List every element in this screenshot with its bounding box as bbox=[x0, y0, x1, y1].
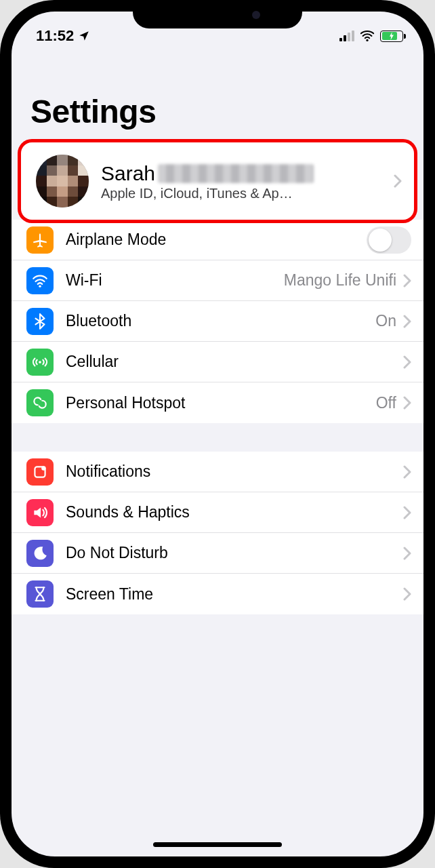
device-frame: 11:52 bbox=[0, 0, 435, 868]
chevron-right-icon bbox=[403, 396, 411, 410]
chevron-right-icon bbox=[403, 465, 411, 479]
row-notifications[interactable]: Notifications bbox=[12, 452, 423, 492]
svg-point-1 bbox=[39, 285, 41, 287]
row-label: Do Not Disturb bbox=[66, 544, 403, 562]
hotspot-icon bbox=[26, 389, 54, 416]
row-label: Screen Time bbox=[66, 585, 403, 604]
row-screen-time[interactable]: Screen Time bbox=[12, 574, 423, 614]
group-spacer bbox=[12, 423, 423, 452]
chevron-right-icon bbox=[403, 315, 411, 328]
dnd-icon bbox=[26, 540, 54, 567]
row-value: On bbox=[375, 312, 396, 330]
cellular-icon bbox=[26, 349, 54, 376]
row-label: Notifications bbox=[66, 462, 403, 481]
battery-icon bbox=[380, 31, 403, 42]
svg-point-0 bbox=[366, 39, 368, 41]
airplane-icon bbox=[26, 226, 54, 254]
settings-group-connectivity: Airplane Mode Wi-Fi Mango Life Unifi bbox=[12, 220, 423, 423]
profile-subtitle: Apple ID, iCloud, iTunes & Ap… bbox=[101, 186, 394, 201]
row-personal-hotspot[interactable]: Personal Hotspot Off bbox=[12, 382, 423, 423]
sounds-icon bbox=[26, 499, 54, 526]
row-do-not-disturb[interactable]: Do Not Disturb bbox=[12, 533, 423, 574]
settings-content[interactable]: Settings Sarah bbox=[12, 52, 423, 856]
row-label: Bluetooth bbox=[66, 312, 375, 330]
svg-point-2 bbox=[39, 361, 41, 363]
row-label: Sounds & Haptics bbox=[66, 503, 403, 521]
notch bbox=[133, 0, 302, 28]
profile-name-redacted bbox=[158, 164, 314, 183]
row-sounds-haptics[interactable]: Sounds & Haptics bbox=[12, 492, 423, 533]
airplane-toggle[interactable] bbox=[367, 226, 411, 254]
wifi-icon bbox=[360, 28, 375, 43]
status-time: 11:52 bbox=[36, 27, 74, 45]
row-label: Personal Hotspot bbox=[66, 394, 376, 412]
screen-time-icon bbox=[26, 580, 54, 608]
row-cellular[interactable]: Cellular bbox=[12, 342, 423, 382]
notifications-icon bbox=[26, 458, 54, 486]
row-value: Off bbox=[376, 394, 396, 412]
page-title: Settings bbox=[12, 52, 423, 142]
chevron-right-icon bbox=[403, 506, 411, 519]
location-icon bbox=[78, 30, 90, 42]
chevron-right-icon bbox=[394, 174, 402, 188]
row-wifi[interactable]: Wi-Fi Mango Life Unifi bbox=[12, 260, 423, 301]
settings-group-alerts: Notifications Sounds & Haptics bbox=[12, 452, 423, 614]
chevron-right-icon bbox=[403, 274, 411, 288]
row-label: Airplane Mode bbox=[66, 231, 367, 249]
row-bluetooth[interactable]: Bluetooth On bbox=[12, 301, 423, 342]
avatar bbox=[36, 155, 89, 208]
profile-name: Sarah bbox=[101, 161, 394, 186]
cellular-signal-icon bbox=[339, 31, 354, 41]
row-label: Wi-Fi bbox=[66, 271, 284, 290]
home-indicator[interactable] bbox=[153, 842, 282, 847]
apple-id-row[interactable]: Sarah Apple ID, iCloud, iTunes & Ap… bbox=[21, 142, 414, 220]
svg-point-4 bbox=[41, 466, 45, 471]
screen: 11:52 bbox=[12, 12, 423, 856]
bluetooth-icon bbox=[26, 308, 54, 335]
chevron-right-icon bbox=[403, 547, 411, 560]
wifi-settings-icon bbox=[26, 267, 54, 294]
chevron-right-icon bbox=[403, 355, 411, 369]
row-value: Mango Life Unifi bbox=[284, 271, 396, 290]
row-airplane-mode[interactable]: Airplane Mode bbox=[12, 220, 423, 260]
chevron-right-icon bbox=[403, 587, 411, 601]
row-label: Cellular bbox=[66, 353, 403, 371]
profile-name-visible: Sarah bbox=[101, 161, 155, 186]
